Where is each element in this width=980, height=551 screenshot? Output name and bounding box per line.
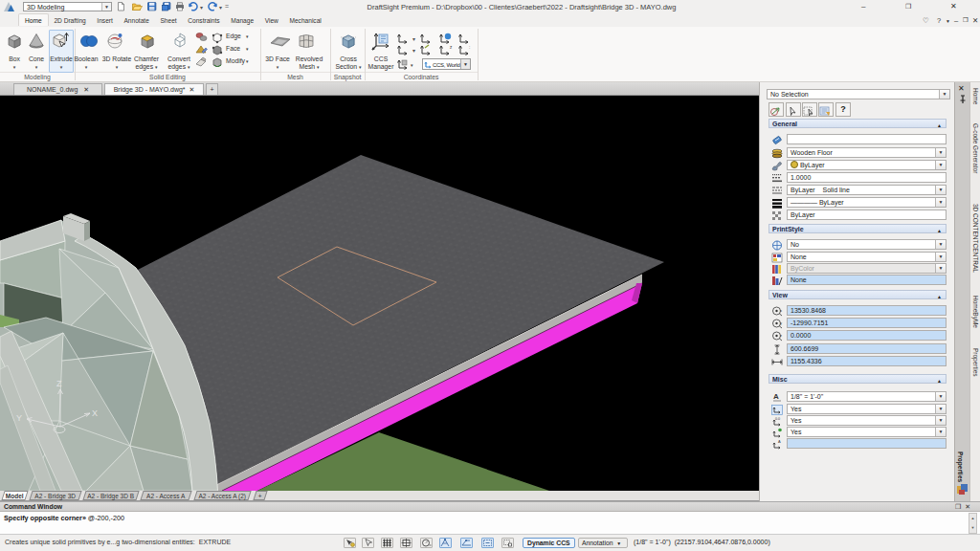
- svg-text:=: =: [225, 3, 229, 10]
- svg-text:Z: Z: [56, 379, 62, 388]
- svg-text:y: y: [780, 320, 782, 325]
- svg-text:▾: ▾: [412, 36, 415, 42]
- svg-text:A: A: [778, 439, 781, 444]
- svg-text::: :: [469, 45, 470, 50]
- svg-text:z: z: [780, 333, 782, 338]
- svg-text:▾: ▾: [219, 5, 222, 11]
- svg-text:x: x: [780, 308, 782, 313]
- svg-text:X: X: [92, 408, 98, 418]
- svg-text:▾: ▾: [412, 48, 415, 54]
- svg-text:Y: Y: [16, 413, 22, 423]
- svg-text:A: A: [773, 392, 779, 401]
- svg-text:▾: ▾: [200, 5, 203, 11]
- svg-text:z: z: [450, 45, 453, 50]
- svg-text:0.0: 0.0: [775, 417, 780, 421]
